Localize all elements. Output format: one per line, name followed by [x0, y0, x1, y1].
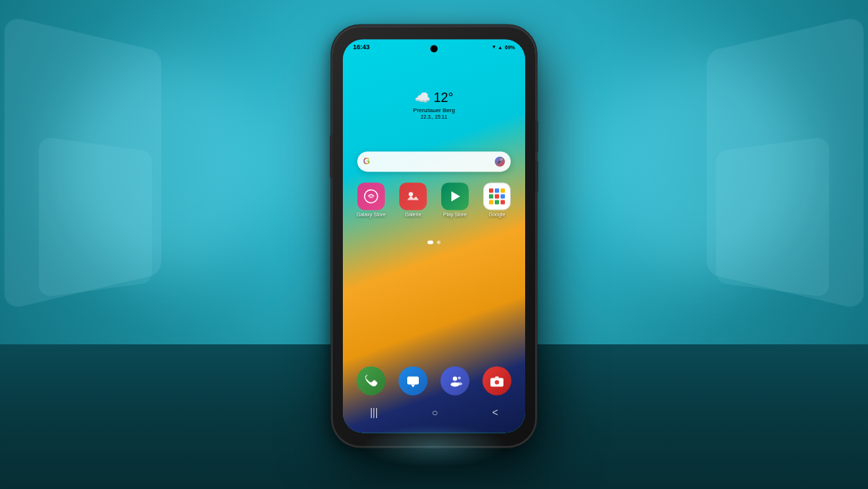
- dot-active: [427, 240, 433, 244]
- svg-point-5: [453, 376, 457, 380]
- volume-down-button: [535, 160, 538, 192]
- svg-marker-4: [411, 384, 415, 387]
- galaxy-store-label: Galaxy Store: [357, 212, 386, 217]
- front-camera: [430, 45, 438, 52]
- wifi-icon: ▾: [493, 44, 495, 50]
- phone-wrapper: 16:43 ▾ ▲ 69% ☁️ 12° Prenzlauer Berg 22.…: [333, 26, 535, 446]
- camera-icon: [482, 366, 511, 395]
- galerie-label: Galerie: [405, 212, 422, 217]
- home-button[interactable]: ○: [432, 407, 438, 418]
- page-dots: [427, 240, 441, 244]
- playstore-icon: [441, 182, 469, 210]
- status-time: 16:43: [353, 43, 370, 51]
- google-dots-grid: [489, 188, 505, 204]
- dot-6: [501, 194, 505, 198]
- navigation-bar: ||| ○ <: [343, 399, 525, 425]
- dock-camera[interactable]: [479, 366, 515, 395]
- dot-2: [495, 188, 499, 192]
- app-grid: Galaxy Store Galerie: [353, 182, 515, 217]
- back-button[interactable]: <: [492, 407, 498, 418]
- google-g-logo: G: [363, 156, 370, 166]
- shelf-left-bottom: [39, 136, 152, 297]
- app-icon-galerie[interactable]: Galerie: [395, 182, 431, 217]
- weather-icon: ☁️: [414, 90, 430, 106]
- galerie-icon: [399, 182, 427, 210]
- app-icon-google[interactable]: Google: [479, 182, 515, 217]
- galaxy-store-icon: [357, 182, 385, 210]
- dot-8: [495, 200, 499, 204]
- dot-inactive: [437, 240, 441, 244]
- google-label: Google: [489, 212, 506, 217]
- recent-apps-button[interactable]: |||: [370, 407, 378, 418]
- status-icons: ▾ ▲ 69%: [493, 44, 515, 50]
- shelf-right-bottom: [716, 136, 829, 297]
- svg-point-6: [458, 376, 461, 379]
- phone-screen: 16:43 ▾ ▲ 69% ☁️ 12° Prenzlauer Berg 22.…: [343, 39, 525, 433]
- dot-9: [501, 200, 505, 204]
- dot-1: [489, 188, 493, 192]
- app-icon-playstore[interactable]: Play Store: [437, 182, 473, 217]
- voice-search-button[interactable]: 🎤: [495, 156, 505, 166]
- dot-3: [501, 188, 505, 192]
- dot-7: [489, 200, 493, 204]
- google-search-bar[interactable]: G 🎤: [357, 151, 511, 171]
- weather-widget: ☁️ 12° Prenzlauer Berg 22.3., 15:11: [413, 90, 455, 119]
- svg-point-10: [495, 380, 499, 384]
- svg-point-8: [456, 382, 462, 385]
- dot-4: [489, 194, 493, 198]
- battery-icon: 69%: [505, 45, 515, 50]
- signal-icon: ▲: [498, 45, 503, 50]
- power-button: [330, 135, 333, 178]
- weather-date: 22.3., 15:11: [413, 114, 455, 119]
- phone-body: 16:43 ▾ ▲ 69% ☁️ 12° Prenzlauer Berg 22.…: [333, 26, 535, 446]
- dot-5: [495, 194, 499, 198]
- weather-location: Prenzlauer Berg: [413, 107, 455, 114]
- svg-rect-3: [407, 376, 419, 384]
- phone-reflection: [362, 424, 506, 467]
- volume-up-button: [535, 120, 538, 153]
- google-icon: [483, 182, 511, 210]
- dock-teams[interactable]: [437, 366, 473, 395]
- teams-icon: [441, 366, 469, 395]
- weather-temperature: 12°: [433, 90, 453, 106]
- dock: [353, 366, 515, 395]
- dock-messages[interactable]: [395, 366, 431, 395]
- messages-icon: [399, 366, 427, 395]
- playstore-label: Play Store: [443, 212, 467, 217]
- dock-phone[interactable]: [353, 366, 389, 395]
- svg-marker-2: [451, 191, 460, 201]
- phone-call-icon: [357, 366, 386, 395]
- app-icon-galaxy-store[interactable]: Galaxy Store: [353, 182, 389, 217]
